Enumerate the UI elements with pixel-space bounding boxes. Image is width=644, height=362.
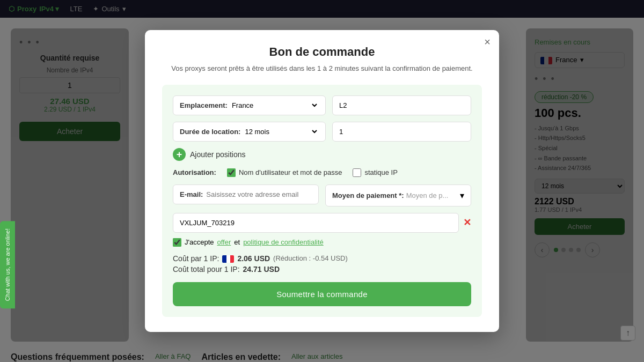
email-field-wrap: E-mail:	[173, 184, 319, 206]
plus-icon: +	[173, 148, 186, 161]
payment-value: Moyen de p...	[406, 191, 458, 200]
modal-close-button[interactable]: ×	[484, 36, 491, 47]
cost-per-ip-value: 2.06 USD	[237, 254, 270, 263]
cost-per-ip-line: Coût par 1 IP: 2.06 USD (Réduction : -0.…	[173, 254, 471, 263]
add-positions[interactable]: + Ajouter positions	[173, 148, 471, 161]
pricing-section: Coût par 1 IP: 2.06 USD (Réduction : -0.…	[173, 254, 471, 274]
duration-label: Durée de location:	[180, 128, 240, 136]
location-row: Emplacement: France	[173, 95, 471, 115]
auth-username-checkbox[interactable]	[227, 168, 236, 177]
auth-static-checkbox[interactable]	[353, 168, 361, 177]
submit-button[interactable]: Soumettre la commande	[173, 282, 471, 306]
modal-subtitle: Vos proxys seront prêts à être utilisés …	[162, 63, 482, 74]
email-input[interactable]	[206, 190, 312, 198]
terms-offer-link[interactable]: offer	[217, 238, 231, 246]
l2-field	[332, 95, 471, 115]
promo-clear-button[interactable]: ✕	[463, 217, 471, 228]
duration-row: Durée de location: 12 mois	[173, 122, 471, 142]
location-select[interactable]: France	[230, 101, 319, 110]
chat-widget[interactable]: Chat with us, we are online!	[0, 221, 15, 308]
duration-select[interactable]: 12 mois	[243, 127, 319, 136]
payment-field[interactable]: Moyen de paiement *: Moyen de p... ▾	[325, 184, 471, 206]
modal-overlay: × Bon de commande Vos proxys seront prêt…	[0, 0, 644, 362]
total-value: 24.71 USD	[243, 265, 280, 274]
quantity-input[interactable]	[332, 122, 471, 142]
payment-field-wrap: Moyen de paiement *: Moyen de p... ▾	[325, 184, 471, 206]
qty-field	[332, 122, 471, 142]
reduction-text: (Réduction : -0.54 USD)	[273, 254, 348, 262]
payment-label: Moyen de paiement *:	[332, 191, 404, 200]
france-flag-inline	[222, 254, 234, 263]
email-label: E-mail:	[180, 190, 203, 198]
order-modal: × Bon de commande Vos proxys seront prêt…	[145, 30, 499, 332]
email-payment-row: E-mail: Moyen de paiement *: Moyen de p.…	[173, 184, 471, 206]
location-label: Emplacement:	[180, 101, 228, 109]
auth-username-checkbox-label[interactable]: Nom d'utilisateur et mot de passe	[227, 168, 342, 177]
authorization-row: Autorisation: Nom d'utilisateur et mot d…	[173, 168, 471, 177]
promo-row: ✕	[173, 213, 471, 233]
auth-static-checkbox-label[interactable]: statique IP	[353, 168, 397, 177]
terms-checkbox[interactable]	[173, 238, 181, 247]
total-cost-line: Coût total pour 1 IP: 24.71 USD	[173, 265, 471, 274]
add-positions-label: Ajouter positions	[190, 150, 246, 159]
l2-input[interactable]	[332, 95, 471, 115]
location-field: Emplacement: France	[173, 95, 326, 115]
duration-field: Durée de location: 12 mois	[173, 122, 326, 142]
auth-label: Autorisation:	[173, 168, 216, 176]
terms-row: J'accepte offer et politique de confiden…	[173, 238, 471, 247]
email-field: E-mail:	[173, 184, 319, 204]
promo-input[interactable]	[173, 213, 459, 233]
terms-privacy-link[interactable]: politique de confidentialité	[243, 238, 324, 246]
payment-chevron: ▾	[460, 190, 464, 201]
modal-form-area: Emplacement: France Durée de location: 1…	[162, 85, 482, 317]
modal-title: Bon de commande	[162, 45, 482, 59]
